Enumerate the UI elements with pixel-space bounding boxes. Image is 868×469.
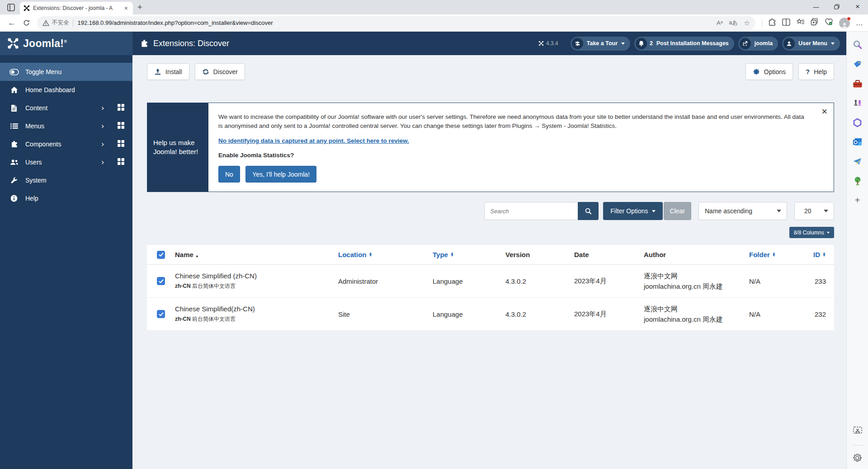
columns-toggle-button[interactable]: 8/8 Columns <box>789 227 834 238</box>
cell-id: 232 <box>812 310 834 318</box>
window-controls: — × <box>806 0 868 14</box>
sidebar-item-help[interactable]: Help <box>0 189 132 207</box>
security-label[interactable]: 不安全 <box>52 19 69 27</box>
content-dashboard-grid-icon[interactable] <box>118 104 124 112</box>
take-a-tour-button[interactable]: Take a Tour <box>571 37 630 51</box>
tab-actions-icon[interactable] <box>5 1 17 13</box>
column-header-name[interactable]: Name▲ <box>175 251 338 258</box>
sidebar-item-toggle-menu[interactable]: Toggle Menu <box>0 63 132 81</box>
drop-icon[interactable] <box>852 155 863 167</box>
discover-button[interactable]: Discover <box>195 63 245 80</box>
users-dashboard-grid-icon[interactable] <box>118 158 124 166</box>
close-window-button[interactable]: × <box>847 0 868 14</box>
row-checkbox[interactable] <box>157 310 165 318</box>
wrench-icon <box>9 177 19 184</box>
sort-select[interactable]: Name ascending <box>698 202 787 220</box>
games-icon[interactable] <box>852 97 863 109</box>
row-checkbox[interactable] <box>157 277 165 285</box>
help-button[interactable]: ? Help <box>798 63 834 80</box>
screenshot-icon[interactable] <box>852 425 863 436</box>
sidebar-item-home-dashboard[interactable]: Home Dashboard <box>0 81 132 99</box>
stats-no-button[interactable]: No <box>218 166 240 183</box>
profile-avatar[interactable] <box>839 18 850 28</box>
shopping-icon[interactable] <box>852 58 863 70</box>
cell-folder: N/A <box>749 310 812 318</box>
table-header-row: Name▲ Location▲▼ Type▲▼ Version Date Aut… <box>147 245 834 265</box>
column-header-author: Author <box>644 251 749 258</box>
translate-icon[interactable]: aあ <box>729 19 738 27</box>
view-site-button[interactable]: joomla <box>738 37 778 51</box>
favorites-hub-icon[interactable] <box>796 18 805 28</box>
restore-button[interactable] <box>826 0 847 14</box>
search-icon[interactable] <box>852 39 863 51</box>
m365-icon[interactable] <box>852 117 863 128</box>
toolbar-divider <box>762 19 762 27</box>
users-icon <box>9 159 19 165</box>
collections-icon[interactable] <box>811 18 819 28</box>
extensions-puzzle-icon <box>140 39 149 48</box>
column-header-id[interactable]: ID▲▼ <box>812 251 834 258</box>
column-header-location[interactable]: Location▲▼ <box>338 251 433 258</box>
search-input[interactable] <box>484 202 578 220</box>
cell-location: Administrator <box>338 277 433 285</box>
user-menu-button[interactable]: User Menu <box>782 37 840 51</box>
chevron-down-icon <box>621 42 625 45</box>
sort-both-icon: ▲▼ <box>450 253 454 257</box>
filter-options-button[interactable]: Filter Options <box>603 202 662 220</box>
sidebar-item-components[interactable]: Components › <box>0 135 132 153</box>
minimize-button[interactable]: — <box>806 0 826 14</box>
tab-close-icon[interactable]: × <box>123 5 129 12</box>
list-icon <box>9 123 19 129</box>
browser-toolbar: ← 不安全 192.168.0.99/administrator/index.p… <box>0 14 868 32</box>
outlook-icon[interactable] <box>852 136 863 148</box>
settings-menu-icon[interactable]: … <box>856 19 863 27</box>
refresh-icon[interactable] <box>19 16 33 30</box>
chevron-down-icon <box>831 42 835 45</box>
components-dashboard-grid-icon[interactable] <box>118 140 124 148</box>
page-title: Extensions: Discover <box>140 39 538 48</box>
favorites-star-icon[interactable]: ☆ <box>744 19 750 27</box>
column-header-folder[interactable]: Folder▲▼ <box>749 251 812 258</box>
tree-icon[interactable] <box>852 175 863 187</box>
split-screen-icon[interactable] <box>782 19 790 28</box>
toolbox-icon[interactable] <box>852 78 863 89</box>
admin-sidebar: Toggle Menu Home Dashboard Content › <box>0 55 132 469</box>
sidebar-item-content[interactable]: Content › <box>0 99 132 117</box>
read-aloud-icon[interactable]: Aᵊ <box>717 19 723 26</box>
stats-yes-button[interactable]: Yes, I'll help Joomla! <box>245 166 316 183</box>
browser-tab[interactable]: Extensions: Discover - joomla - A × <box>20 2 133 14</box>
sidebar-item-system[interactable]: System <box>0 171 132 189</box>
settings-icon[interactable] <box>852 452 863 464</box>
new-tab-button[interactable]: + <box>137 3 142 12</box>
question-mark-icon: ? <box>806 68 810 75</box>
address-bar[interactable]: 不安全 192.168.0.99/administrator/index.php… <box>37 16 755 30</box>
options-button[interactable]: Options <box>745 63 793 80</box>
menus-dashboard-grid-icon[interactable] <box>118 122 124 130</box>
add-icon[interactable]: + <box>852 194 863 206</box>
sidebar-item-menus[interactable]: Menus › <box>0 117 132 135</box>
sort-both-icon: ▲▼ <box>369 253 373 257</box>
install-button[interactable]: Install <box>147 63 189 80</box>
cell-folder: N/A <box>749 277 812 285</box>
page-size-select[interactable]: 20 <box>794 202 834 220</box>
search-button[interactable] <box>578 202 599 220</box>
chevron-right-icon: › <box>101 122 104 131</box>
joomla-logo[interactable]: Joomla!® <box>0 32 132 55</box>
extensions-icon[interactable] <box>768 18 776 28</box>
browser-essentials-icon[interactable] <box>825 18 833 28</box>
sidebar-item-users[interactable]: Users › <box>0 153 132 171</box>
joomla-logo-icon <box>7 38 19 49</box>
gear-icon <box>753 68 760 75</box>
chevron-down-icon <box>827 232 830 234</box>
url-text[interactable]: 192.168.0.99/administrator/index.php?opt… <box>78 19 717 26</box>
select-all-checkbox[interactable] <box>157 251 165 259</box>
joomla-version: 4.3.4 <box>538 40 558 47</box>
column-header-type[interactable]: Type▲▼ <box>433 251 505 258</box>
close-icon[interactable]: × <box>821 107 827 117</box>
clear-button[interactable]: Clear <box>664 202 691 220</box>
cell-date: 2023年4月 <box>574 310 644 319</box>
back-icon[interactable]: ← <box>5 16 19 30</box>
post-installation-messages-button[interactable]: 2 Post Installation Messages <box>634 37 734 51</box>
column-header-version: Version <box>505 251 574 258</box>
stats-review-link[interactable]: No identifying data is captured at any p… <box>218 137 409 144</box>
